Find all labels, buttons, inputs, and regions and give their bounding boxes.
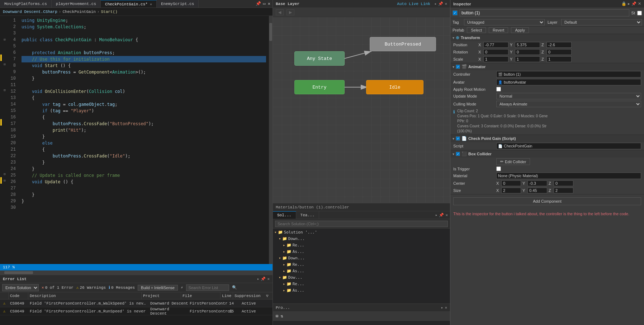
collapse-animator-icon[interactable]: ▸ — [435, 1, 437, 6]
edit-collider-button[interactable]: ✏ Edit Collider — [496, 158, 530, 165]
table-row[interactable]: ⚠ CS0649 Field 'FirstPersonController.m_… — [0, 300, 273, 307]
collapse-sol-icon[interactable]: ▸ — [435, 213, 438, 217]
animator-component-header[interactable]: ▾ ✓ 🎬 Animator — [450, 63, 644, 70]
apply-root-motion-checkbox[interactable] — [496, 87, 501, 91]
center-y-field[interactable] — [527, 180, 547, 186]
close-error-icon[interactable]: ✕ — [267, 277, 270, 281]
enabled-checkbox[interactable]: ✓ — [453, 10, 458, 15]
pos-z-field[interactable] — [546, 42, 572, 48]
error-search-input[interactable] — [186, 284, 229, 291]
pin-error-icon[interactable]: 📌 — [261, 277, 266, 281]
animator-comp-enabled[interactable]: ✓ — [456, 65, 460, 69]
collapse-inspector-icon[interactable]: ▸ — [628, 1, 630, 6]
collider-enabled[interactable]: ✓ — [456, 152, 460, 156]
pos-y-field[interactable] — [515, 42, 540, 48]
size-y-field[interactable] — [527, 188, 547, 193]
prefab-apply-button[interactable]: Apply — [511, 27, 529, 33]
props-sort-icon[interactable]: ⇅ — [280, 314, 283, 319]
h-scroll-thumb[interactable] — [4, 271, 33, 274]
center-x-field[interactable] — [501, 180, 521, 186]
close-icon[interactable]: ✕ — [150, 2, 152, 6]
close-inspector-icon[interactable]: ✕ — [638, 1, 641, 6]
pin-inspector-icon[interactable]: 📌 — [631, 1, 636, 6]
solution-search-input[interactable] — [275, 221, 448, 227]
list-item[interactable]: ▸ 📁 Re... — [273, 242, 450, 249]
static-checkbox[interactable] — [637, 11, 642, 15]
script-enabled[interactable]: ✓ — [456, 136, 460, 141]
collapse-error-icon[interactable]: ▸ — [257, 277, 260, 281]
entry-node[interactable]: Entry — [294, 80, 345, 94]
list-item[interactable]: ▾ 📁 Down... — [273, 236, 450, 242]
button-pressed-node[interactable]: ButtonPressed — [370, 37, 436, 51]
list-item[interactable]: ▾ 📁 Down... — [273, 255, 450, 262]
tab-team[interactable]: Tea... — [296, 211, 319, 219]
pos-x-field[interactable] — [483, 42, 508, 48]
scale-y-field[interactable] — [515, 56, 540, 62]
scale-z-field[interactable] — [546, 56, 572, 62]
filter-icon[interactable]: ▽ — [265, 292, 273, 300]
object-name-field[interactable] — [460, 9, 629, 17]
code-content[interactable]: using UnityEngine; using System.Collecti… — [19, 16, 269, 264]
tab-moving-platforms[interactable]: MovingPlatforms.cs — [0, 0, 52, 8]
pin-icon[interactable]: 📌 — [256, 1, 261, 6]
close-panel-icon[interactable]: ✕ — [268, 1, 270, 6]
tab-checkpoint-gain[interactable]: CheckPointGain.cs* ✕ — [101, 0, 157, 8]
size-x-field[interactable] — [501, 188, 521, 193]
list-item[interactable]: ▸ 📁 Re... — [273, 262, 450, 268]
animator-canvas[interactable]: Any State ButtonPressed Entry Idle — [273, 17, 450, 203]
list-item[interactable]: ▸ 📁 Re... — [273, 281, 450, 287]
minimize-icon[interactable]: ▭ — [263, 1, 266, 6]
transform-header[interactable]: ▾ ⊕ Transform — [450, 34, 644, 41]
auto-live-link-label[interactable]: Auto Live Link — [397, 2, 430, 6]
list-item[interactable]: ▾ 📁 Dow... — [273, 274, 450, 281]
scale-x-field[interactable] — [483, 56, 508, 62]
list-item[interactable]: ▸ 📁 As... — [273, 268, 450, 274]
lock-icon[interactable]: 🔒 — [621, 1, 626, 6]
col-supp-header[interactable]: Suppression State — [233, 292, 265, 300]
list-item[interactable]: ▸ 📁 As... — [273, 249, 450, 255]
check-point-gain-header[interactable]: ▾ ✓ 📄 Check Point Gain (Script) — [450, 135, 644, 142]
tag-select[interactable]: Untagged — [464, 19, 545, 25]
pin-animator-icon[interactable]: 📌 — [438, 1, 443, 6]
props-grid-icon[interactable]: ⊞ — [276, 314, 278, 319]
culling-mode-select[interactable]: Always Animate — [496, 101, 641, 107]
vertical-scrollbar[interactable] — [269, 16, 273, 264]
prefab-revert-button[interactable]: Revert — [489, 27, 508, 33]
size-z-field[interactable] — [554, 188, 573, 193]
search-icon[interactable]: 🔍 — [232, 285, 237, 290]
build-intellisense-button[interactable]: Build + IntelliSense — [138, 285, 178, 291]
col-code-header[interactable]: Code — [9, 292, 28, 300]
collapse-props-icon[interactable]: ▸ — [441, 305, 444, 310]
table-row[interactable]: ⚠ CS0649 Field 'FirstPersonController.m_… — [0, 307, 273, 315]
box-collider-header[interactable]: ▾ ✓ ⬛ Box Collider — [450, 150, 644, 157]
center-z-field[interactable] — [554, 180, 573, 186]
is-trigger-checkbox[interactable] — [496, 166, 501, 171]
add-component-button[interactable]: Add Component — [453, 197, 641, 205]
rot-x-field[interactable] — [483, 49, 508, 55]
rot-y-field[interactable] — [515, 49, 540, 55]
layer-select[interactable]: Default — [561, 19, 642, 25]
list-item[interactable]: ▸ 📁 As... — [273, 287, 450, 294]
tab-solution[interactable]: Sol... — [273, 211, 296, 219]
forward-button[interactable]: ▶ — [287, 9, 294, 15]
close-sol-icon[interactable]: ✕ — [445, 213, 448, 217]
any-state-node[interactable]: Any State — [294, 51, 345, 66]
scroll-thumb[interactable] — [269, 23, 272, 41]
col-file-header[interactable]: File — [181, 292, 221, 300]
tab-player-movement[interactable]: playerMovement.cs — [52, 0, 101, 8]
close-props-icon[interactable]: ✕ — [445, 305, 447, 310]
tab-enemy-script[interactable]: EnemyScript.cs — [157, 0, 199, 8]
back-button[interactable]: ◀ — [276, 9, 284, 15]
rot-z-field[interactable] — [546, 49, 572, 55]
horizontal-scrollbar[interactable] — [0, 270, 273, 275]
close-animator-icon[interactable]: ✕ — [445, 1, 447, 6]
pin-sol-icon[interactable]: 📌 — [439, 213, 444, 217]
col-project-header[interactable]: Project — [142, 292, 181, 300]
prefab-select-button[interactable]: Select — [467, 27, 486, 33]
idle-node[interactable]: Idle — [366, 80, 423, 94]
list-item[interactable]: ▾ 📁 Solution '...' — [273, 229, 450, 236]
col-desc-header[interactable]: Description — [28, 292, 142, 300]
update-mode-select[interactable]: Normal — [496, 93, 641, 99]
error-scope-select[interactable]: Entire Solution — [2, 284, 39, 291]
col-line-header[interactable]: Line — [221, 292, 233, 300]
